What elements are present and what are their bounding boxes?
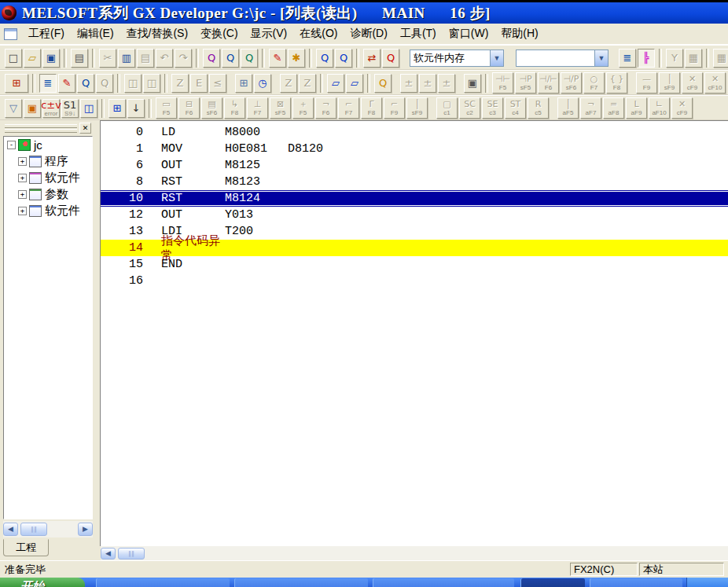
- sfc-jump-button[interactable]: ↳F8: [224, 97, 245, 119]
- device-test-set-button[interactable]: ±: [438, 74, 455, 93]
- line-a9-button[interactable]: LaF9: [626, 97, 647, 119]
- rule-corner4-button[interactable]: ⌐F9: [384, 97, 405, 119]
- transfer-setup-button[interactable]: ⇄: [363, 49, 381, 68]
- tree-view-toggle[interactable]: ≣: [39, 74, 57, 93]
- scroll-left-icon[interactable]: ◀: [101, 548, 116, 559]
- taskbar-button[interactable]: [590, 578, 682, 587]
- circuit-zoom-in-button[interactable]: Q: [316, 49, 333, 68]
- device-test-minus-button[interactable]: ±: [419, 74, 436, 93]
- sfc-box-lines-button[interactable]: ▤sF6: [201, 97, 222, 119]
- new-button[interactable]: □: [5, 49, 22, 68]
- project-tree-toggle[interactable]: ╠: [638, 49, 655, 68]
- panel-splitter[interactable]: [94, 120, 100, 560]
- list-row[interactable]: 16: [101, 273, 728, 289]
- rule-cross-button[interactable]: ＋F5: [292, 97, 314, 119]
- ladder-vline-button[interactable]: │sF9: [659, 72, 680, 94]
- step-st-button[interactable]: STc4: [505, 97, 526, 119]
- menu-project[interactable]: 工程(F): [22, 24, 71, 43]
- list-row[interactable]: 6OUTM8125: [101, 157, 728, 174]
- tree-horizontal-scrollbar[interactable]: ◀ ∥∥ ▶: [3, 521, 93, 537]
- tree-root-jc[interactable]: -jc: [4, 137, 92, 153]
- project-tab[interactable]: 工程: [3, 539, 49, 556]
- taskbar-button-active[interactable]: [520, 578, 585, 587]
- ladder-open-branch-button[interactable]: ⊣PsF5: [515, 72, 536, 94]
- menu-view[interactable]: 显示(V): [245, 24, 294, 43]
- read-mode-button[interactable]: E: [190, 74, 208, 93]
- entry-monitor-button[interactable]: ▣: [464, 74, 481, 93]
- ladder-hline-delete-button[interactable]: ✕cF9: [682, 72, 703, 94]
- list-row-error[interactable]: 14指令代码异常: [101, 240, 728, 256]
- list-row-selected[interactable]: 10RSTM8124: [101, 190, 728, 207]
- line-a7-button[interactable]: ¬aF7: [580, 97, 601, 119]
- scroll-thumb[interactable]: ∥∥: [20, 523, 47, 536]
- error-jump-button[interactable]: c±verror: [42, 99, 60, 118]
- find-device-button[interactable]: Q: [222, 49, 239, 68]
- print-button[interactable]: ▤: [71, 49, 88, 68]
- find-string-button[interactable]: Q: [241, 49, 258, 68]
- line-delete-button[interactable]: ✕cF9: [671, 97, 693, 119]
- find-contact-button[interactable]: Q: [77, 74, 94, 93]
- scroll-left-icon[interactable]: ◀: [3, 523, 18, 536]
- rule-corner2-button[interactable]: ⌐F7: [338, 97, 359, 119]
- tree-expand-icon[interactable]: +: [18, 174, 27, 182]
- list-horizontal-scrollbar[interactable]: ◀ ∥∥: [100, 546, 728, 560]
- ladder-application-button[interactable]: { }F8: [606, 72, 627, 94]
- device-batch-button[interactable]: ✱: [288, 49, 305, 68]
- tree-expand-icon[interactable]: +: [18, 207, 27, 215]
- step-sc-button[interactable]: SCc2: [459, 97, 480, 119]
- sfc-end-button[interactable]: ⊥F7: [247, 97, 268, 119]
- child-window-icon[interactable]: [4, 28, 17, 40]
- logic-test-button[interactable]: ▦: [713, 49, 728, 68]
- tree-item-program[interactable]: +程序: [4, 153, 92, 170]
- rule-corner1-button[interactable]: ¬F6: [315, 97, 336, 119]
- sfc-box-top-button[interactable]: ⊟F6: [178, 97, 200, 119]
- tree-item-parameter[interactable]: +参数: [4, 186, 92, 203]
- param-check-button[interactable]: Y: [666, 49, 683, 68]
- ladder-closed-branch-button[interactable]: ⊣/PsF6: [561, 72, 582, 94]
- taskbar-button[interactable]: [373, 578, 514, 587]
- menu-edit[interactable]: 编辑(E): [71, 24, 120, 43]
- step-run-button[interactable]: ▽: [5, 99, 22, 118]
- menu-diagnostics[interactable]: 诊断(D): [344, 24, 393, 43]
- sort-down-button[interactable]: ↓: [127, 99, 145, 118]
- ladder-list-mode-button[interactable]: ⊞: [5, 74, 28, 93]
- taskbar-button[interactable]: [234, 578, 368, 587]
- step-c1-button[interactable]: ▢c1: [436, 97, 458, 119]
- write-mode-button[interactable]: Z: [171, 74, 189, 93]
- step-r-button[interactable]: Rc5: [528, 97, 549, 119]
- line-a8-button[interactable]: =aF8: [603, 97, 624, 119]
- find-coil-button[interactable]: Q: [96, 74, 113, 93]
- find-person-button[interactable]: Q: [374, 74, 392, 93]
- rule-vline-button[interactable]: │sF9: [406, 97, 428, 119]
- device-value-combo[interactable]: ▼: [516, 50, 609, 67]
- open-button[interactable]: ▱: [24, 49, 41, 68]
- find-button[interactable]: Q: [203, 49, 220, 68]
- menu-tools[interactable]: 工具(T): [394, 24, 443, 43]
- tree-item-device-memory[interactable]: +软元件: [4, 203, 92, 219]
- undo-button[interactable]: ↶: [156, 49, 173, 68]
- panel-close-icon[interactable]: ✕: [79, 123, 91, 134]
- ladder-closed-contact-button[interactable]: ⊣/⊢F6: [538, 72, 559, 94]
- menu-online[interactable]: 在线(O): [293, 24, 344, 43]
- monitor-stop-button[interactable]: ◫: [143, 74, 160, 93]
- start-button[interactable]: 开始: [0, 578, 85, 587]
- insert-mode-button[interactable]: ≤: [209, 74, 226, 93]
- step-se-button[interactable]: SEc3: [482, 97, 503, 119]
- program-check-button[interactable]: ▦: [685, 49, 702, 68]
- redo-button[interactable]: ↷: [175, 49, 192, 68]
- list-row[interactable]: 8RSTM8123: [101, 174, 728, 190]
- rule-corner3-button[interactable]: ΓF8: [361, 97, 382, 119]
- sfc-dummy-button[interactable]: ⊠sF5: [270, 97, 291, 119]
- paste-button[interactable]: ▤: [137, 49, 154, 68]
- list-row[interactable]: 0LDM8000: [101, 124, 728, 141]
- menu-find-replace[interactable]: 查找/替换(S): [120, 24, 195, 43]
- split-window-button[interactable]: ◫: [80, 99, 97, 118]
- line-av-button[interactable]: │aF5: [557, 97, 579, 119]
- window-jump1-button[interactable]: ▱: [327, 74, 344, 93]
- list-row[interactable]: 15END: [101, 256, 728, 273]
- monitor-check-button[interactable]: Q: [382, 49, 399, 68]
- tree-collapse-icon[interactable]: -: [7, 141, 16, 149]
- ladder-hline-button[interactable]: —F9: [636, 72, 657, 94]
- copy-button[interactable]: ▥: [118, 49, 135, 68]
- clock-monitor-button[interactable]: ◷: [254, 74, 271, 93]
